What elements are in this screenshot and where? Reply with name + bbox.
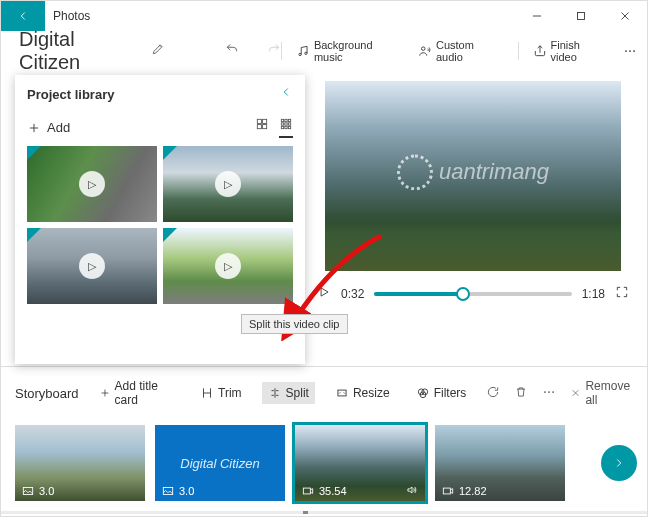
ellipsis-icon xyxy=(542,385,556,399)
custom-audio-button[interactable]: Custom audio xyxy=(418,39,504,63)
sb-more-button[interactable] xyxy=(542,385,556,402)
x-icon xyxy=(570,386,581,400)
storyboard-panel: Storyboard Add title card Trim Split Res… xyxy=(1,366,647,517)
library-item[interactable]: ▷ xyxy=(27,146,157,222)
finish-label: Finish video xyxy=(551,39,609,63)
rotate-button[interactable] xyxy=(486,385,500,402)
storyboard-clip-selected[interactable]: 35.54 xyxy=(295,425,425,501)
image-icon xyxy=(161,484,175,498)
back-button[interactable] xyxy=(1,1,45,31)
finish-video-button[interactable]: Finish video xyxy=(533,39,609,63)
split-button[interactable]: Split xyxy=(262,382,315,404)
svg-rect-28 xyxy=(443,488,450,494)
more-button[interactable] xyxy=(623,44,637,58)
svg-rect-14 xyxy=(288,123,290,125)
collapse-library-button[interactable] xyxy=(279,85,293,103)
title-bar: Photos xyxy=(1,1,647,31)
resize-icon xyxy=(335,386,349,400)
chevron-right-icon xyxy=(612,456,626,470)
close-button[interactable] xyxy=(603,1,647,31)
ellipsis-icon xyxy=(623,44,637,58)
image-icon xyxy=(21,484,35,498)
svg-rect-10 xyxy=(285,119,287,121)
rename-button[interactable] xyxy=(151,42,165,60)
svg-rect-6 xyxy=(263,119,267,123)
undo-icon xyxy=(225,42,239,56)
storyboard-clips: 3.0 Digital Citizen 3.0 35.54 12.82 xyxy=(15,425,633,501)
scrubber[interactable] xyxy=(374,292,571,296)
command-bar: Digital Citizen Background music Custom … xyxy=(1,31,647,71)
storyboard-clip[interactable]: 12.82 xyxy=(435,425,565,501)
filters-button[interactable]: Filters xyxy=(410,382,473,404)
bg-music-label: Background music xyxy=(314,39,404,63)
scroll-right-button[interactable] xyxy=(601,445,637,481)
clip-duration: 12.82 xyxy=(459,485,487,497)
arrow-left-icon xyxy=(16,9,30,23)
trim-button[interactable]: Trim xyxy=(194,382,248,404)
storyboard-clip[interactable]: 3.0 xyxy=(15,425,145,501)
time-current: 0:32 xyxy=(341,287,364,301)
pencil-icon xyxy=(151,42,165,56)
svg-rect-5 xyxy=(257,119,261,123)
svg-point-2 xyxy=(625,50,627,52)
minimize-button[interactable] xyxy=(515,1,559,31)
library-item[interactable]: ▷ xyxy=(163,146,293,222)
clip-duration: 3.0 xyxy=(39,485,54,497)
tooltip: Split this video clip xyxy=(241,314,348,334)
project-name[interactable]: Digital Citizen xyxy=(19,28,141,74)
redo-button[interactable] xyxy=(267,42,281,60)
play-overlay-icon: ▷ xyxy=(79,171,105,197)
redo-icon xyxy=(267,42,281,56)
add-label: Add xyxy=(47,120,70,135)
watermark-text: uantrimang xyxy=(439,159,549,185)
add-title-card-button[interactable]: Add title card xyxy=(93,375,180,411)
add-title-card-label: Add title card xyxy=(115,379,175,407)
storyboard-scrollbar[interactable] xyxy=(1,511,647,514)
clip-duration: 35.54 xyxy=(319,485,347,497)
svg-rect-17 xyxy=(288,126,290,128)
grid-large-view-button[interactable] xyxy=(255,117,269,138)
video-icon xyxy=(301,484,315,498)
separator xyxy=(518,42,519,60)
fullscreen-icon xyxy=(615,285,629,299)
filters-icon xyxy=(416,386,430,400)
grid-small-icon xyxy=(279,117,293,131)
grid-small-view-button[interactable] xyxy=(279,117,293,138)
filters-label: Filters xyxy=(434,386,467,400)
svg-rect-11 xyxy=(288,119,290,121)
svg-rect-15 xyxy=(281,126,283,128)
svg-rect-0 xyxy=(578,13,585,20)
player-controls: 0:32 1:18 xyxy=(317,285,629,302)
svg-point-24 xyxy=(553,391,555,393)
storyboard-clip[interactable]: Digital Citizen 3.0 xyxy=(155,425,285,501)
resize-button[interactable]: Resize xyxy=(329,382,396,404)
maximize-icon xyxy=(574,9,588,23)
split-icon xyxy=(268,386,282,400)
library-item[interactable]: ▷ xyxy=(27,228,157,304)
preview-area: uantrimang 0:32 1:18 xyxy=(305,71,647,364)
plus-icon xyxy=(99,386,111,400)
undo-button[interactable] xyxy=(225,42,239,60)
custom-audio-label: Custom audio xyxy=(436,39,504,63)
delete-button[interactable] xyxy=(514,385,528,402)
trim-icon xyxy=(200,386,214,400)
grid-large-icon xyxy=(255,117,269,131)
video-preview[interactable]: uantrimang xyxy=(325,81,621,271)
maximize-button[interactable] xyxy=(559,1,603,31)
clip-duration: 3.0 xyxy=(179,485,194,497)
svg-rect-13 xyxy=(285,123,287,125)
title-card-text: Digital Citizen xyxy=(180,456,259,471)
scrubber-knob[interactable] xyxy=(456,287,470,301)
trash-icon xyxy=(514,385,528,399)
play-button[interactable] xyxy=(317,285,331,302)
add-media-button[interactable]: Add xyxy=(27,120,70,135)
share-icon xyxy=(533,44,547,58)
window-title: Photos xyxy=(45,9,90,23)
remove-all-button[interactable]: Remove all xyxy=(570,379,633,407)
fullscreen-button[interactable] xyxy=(615,285,629,302)
library-item[interactable]: ▷ xyxy=(163,228,293,304)
watermark: uantrimang xyxy=(397,154,549,190)
bg-music-button[interactable]: Background music xyxy=(296,39,404,63)
watermark-logo-icon xyxy=(397,154,433,190)
resize-label: Resize xyxy=(353,386,390,400)
